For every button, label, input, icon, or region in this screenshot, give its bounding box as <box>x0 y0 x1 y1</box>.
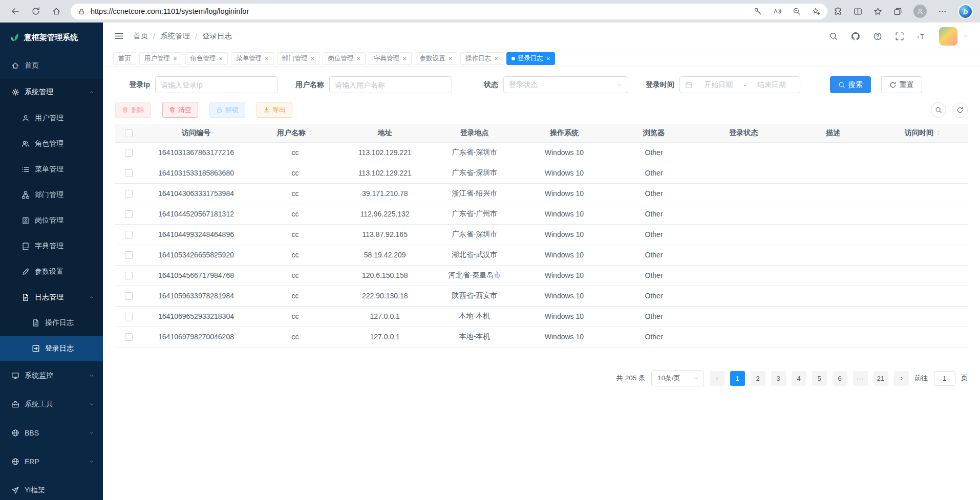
row-checkbox[interactable] <box>125 292 133 300</box>
row-checkbox[interactable] <box>125 169 133 177</box>
page-button-6[interactable]: 6 <box>833 371 847 386</box>
breadcrumb-item-2[interactable]: 登录日志 <box>202 31 232 41</box>
browser-refresh-icon[interactable] <box>28 3 44 19</box>
pagination-ellipsis[interactable]: ··· <box>853 371 868 386</box>
tab-close-icon[interactable]: × <box>402 55 407 62</box>
sidebar-item-dict-mgmt[interactable]: 字典管理 <box>0 233 103 259</box>
tab-close-icon[interactable]: × <box>219 55 223 62</box>
tab-close-icon[interactable]: × <box>311 55 315 62</box>
zoom-icon[interactable] <box>793 7 801 15</box>
user-avatar[interactable] <box>939 27 957 46</box>
row-checkbox[interactable] <box>125 333 133 341</box>
tab-dept-mgmt[interactable]: 部门管理× <box>277 52 320 65</box>
page-button-1[interactable]: 1 <box>730 371 745 386</box>
sidebar-item-operation-log[interactable]: 操作日志 <box>0 310 103 336</box>
browser-menu-icon[interactable] <box>938 7 947 16</box>
page-size-select[interactable]: 10条/页 <box>651 371 704 386</box>
delete-button[interactable]: 删除 <box>115 102 151 118</box>
app-logo[interactable]: 意框架管理系统 <box>0 23 103 52</box>
sidebar-item-erp[interactable]: ERP <box>0 447 103 476</box>
sidebar-item-yi-framework[interactable]: Yi框架 <box>0 476 103 500</box>
sidebar-item-param-settings[interactable]: 参数设置 <box>0 259 103 285</box>
tab-role-mgmt[interactable]: 角色管理× <box>185 52 228 65</box>
select-all-checkbox[interactable] <box>125 129 133 137</box>
collections-icon[interactable] <box>893 7 902 16</box>
clear-button[interactable]: 清空 <box>162 102 198 118</box>
tab-close-icon[interactable]: × <box>494 55 498 62</box>
sidebar-item-system-mgmt[interactable]: 系统管理 <box>0 79 103 105</box>
page-button-2[interactable]: 2 <box>751 371 765 386</box>
sort-icon[interactable] <box>308 130 313 136</box>
search-button[interactable]: 搜索 <box>830 76 871 93</box>
page-button-3[interactable]: 3 <box>771 371 786 386</box>
sidebar-item-user-mgmt[interactable]: 用户管理 <box>0 105 103 131</box>
export-button[interactable]: 导出 <box>257 102 292 118</box>
tab-close-icon[interactable]: × <box>265 55 269 62</box>
browser-profile-avatar[interactable] <box>913 5 927 18</box>
github-icon[interactable] <box>851 32 860 41</box>
tab-user-mgmt[interactable]: 用户管理× <box>139 52 182 65</box>
sidebar-item-system-monitor[interactable]: 系统监控 <box>0 361 103 390</box>
extensions-icon[interactable] <box>834 7 842 16</box>
bing-copilot-icon[interactable]: b <box>958 4 973 19</box>
sidebar-item-post-mgmt[interactable]: 岗位管理 <box>0 208 103 233</box>
row-checkbox[interactable] <box>125 231 133 238</box>
sidebar-item-system-tools[interactable]: 系统工具 <box>0 390 103 419</box>
column-header-1[interactable]: 用户名称 <box>250 124 340 142</box>
breadcrumb-item-1[interactable]: 系统管理 <box>160 31 190 41</box>
tab-param-settings[interactable]: 参数设置× <box>415 52 458 65</box>
goto-page-input[interactable] <box>934 371 955 386</box>
sidebar-item-home[interactable]: 首页 <box>0 52 103 79</box>
favorites-icon[interactable] <box>874 7 882 16</box>
sidebar-item-bbs[interactable]: BBS <box>0 419 103 447</box>
tab-close-icon[interactable]: × <box>449 55 453 62</box>
username-input[interactable] <box>329 76 452 93</box>
breadcrumb-item-0[interactable]: 首页 <box>133 31 148 41</box>
header-search-icon[interactable] <box>829 32 838 41</box>
login-time-range-picker[interactable]: 开始日期 - 结束日期 <box>679 76 800 93</box>
browser-back-icon[interactable] <box>7 3 24 19</box>
sort-icon[interactable] <box>935 130 941 136</box>
row-checkbox[interactable] <box>125 210 133 218</box>
row-checkbox[interactable] <box>125 313 133 320</box>
row-checkbox[interactable] <box>125 272 133 279</box>
status-select[interactable]: 登录状态 <box>503 76 628 93</box>
tab-home[interactable]: 首页 <box>113 52 136 65</box>
tab-dict-mgmt[interactable]: 字典管理× <box>369 52 412 65</box>
add-favorite-icon[interactable] <box>812 7 820 15</box>
tab-post-mgmt[interactable]: 岗位管理× <box>323 52 366 65</box>
prev-page-button[interactable] <box>710 371 725 386</box>
read-aloud-icon[interactable]: A <box>773 7 781 15</box>
page-button-5[interactable]: 5 <box>812 371 827 386</box>
next-page-button[interactable] <box>894 371 909 386</box>
url-text[interactable]: https://ccnetcore.com:1101/system/log/lo… <box>91 7 749 15</box>
tab-operation-log[interactable]: 操作日志× <box>460 52 503 65</box>
tab-menu-mgmt[interactable]: 菜单管理× <box>231 52 274 65</box>
column-header-8[interactable]: 访问时间 <box>878 124 968 142</box>
page-button-4[interactable]: 4 <box>792 371 806 386</box>
sidebar-item-role-mgmt[interactable]: 角色管理 <box>0 131 103 157</box>
toggle-search-button[interactable] <box>931 102 946 118</box>
address-bar[interactable]: https://ccnetcore.com:1101/system/log/lo… <box>71 4 827 19</box>
row-checkbox[interactable] <box>125 251 133 259</box>
tab-close-icon[interactable]: × <box>173 55 177 62</box>
row-checkbox[interactable] <box>125 149 133 157</box>
row-checkbox[interactable] <box>125 190 133 198</box>
sidebar-toggle-icon[interactable] <box>114 31 124 41</box>
sidebar-item-dept-mgmt[interactable]: 部门管理 <box>0 182 103 208</box>
font-size-icon[interactable]: тT <box>917 32 926 41</box>
fullscreen-icon[interactable] <box>895 32 904 41</box>
site-info-icon[interactable] <box>78 8 86 15</box>
refresh-table-button[interactable] <box>952 102 968 118</box>
avatar-caret-icon[interactable] <box>963 33 969 39</box>
sidebar-item-menu-mgmt[interactable]: 菜单管理 <box>0 157 103 182</box>
tab-login-log[interactable]: 登录日志× <box>506 52 556 65</box>
help-icon[interactable] <box>873 32 882 41</box>
login-ip-input[interactable] <box>155 76 278 93</box>
tab-close-icon[interactable]: × <box>546 55 550 62</box>
browser-home-icon[interactable] <box>48 3 65 19</box>
reset-button[interactable]: 重置 <box>881 76 922 93</box>
sidebar-item-login-log[interactable]: 登录日志 <box>0 336 103 361</box>
tab-close-icon[interactable]: × <box>356 55 360 62</box>
unlock-button[interactable]: 解锁 <box>209 102 245 118</box>
